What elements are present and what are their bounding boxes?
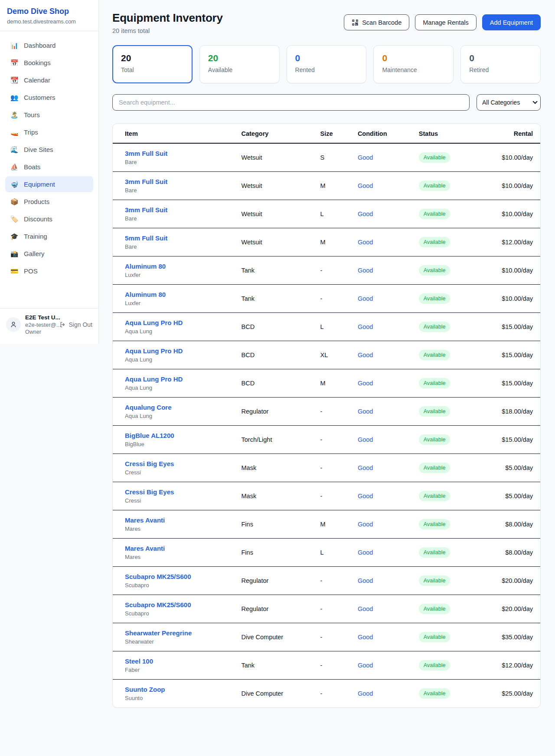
item-brand: Suunto (125, 695, 227, 701)
calendar-icon: 📆 (10, 77, 19, 83)
stat-card-rented[interactable]: 0 Rented (287, 45, 367, 83)
condition-link[interactable]: Good (358, 239, 373, 246)
item-cell: 5mm Full Suit Bare (113, 228, 234, 256)
condition-link[interactable]: Good (358, 521, 373, 528)
sidebar-item-calendar[interactable]: 📆 Calendar (5, 72, 93, 88)
stat-card-retired[interactable]: 0 Retired (460, 45, 541, 83)
nav-item-label: Equipment (24, 181, 55, 188)
condition-link[interactable]: Good (358, 295, 373, 302)
item-link[interactable]: Scubapro MK25/S600 (125, 601, 191, 608)
sidebar-item-gallery[interactable]: 📸 Gallery (5, 246, 93, 262)
status-cell: Available (412, 595, 476, 623)
condition-link[interactable]: Good (358, 267, 373, 274)
item-link[interactable]: Steel 100 (125, 657, 153, 665)
item-link[interactable]: 3mm Full Suit (125, 178, 167, 185)
condition-link[interactable]: Good (358, 154, 373, 161)
table-row: 3mm Full Suit Bare Wetsuit S Good Availa… (113, 143, 540, 172)
condition-link[interactable]: Good (358, 210, 373, 217)
condition-link[interactable]: Good (358, 605, 373, 612)
stat-value: 0 (382, 53, 445, 63)
item-link[interactable]: Aluminum 80 (125, 263, 166, 270)
add-equipment-button[interactable]: Add Equipment (482, 14, 541, 30)
table-row: Scubapro MK25/S600 Scubapro Regulator - … (113, 595, 540, 623)
item-link[interactable]: Aluminum 80 (125, 291, 166, 298)
rental-cell: $15.00/day (476, 426, 540, 454)
condition-link[interactable]: Good (358, 549, 373, 556)
status-cell: Available (412, 539, 476, 567)
sidebar-item-training[interactable]: 🎓 Training (5, 228, 93, 244)
condition-link[interactable]: Good (358, 464, 373, 471)
rental-cell: $35.00/day (476, 623, 540, 651)
search-input[interactable] (112, 94, 470, 111)
sidebar-item-equipment[interactable]: 🤿 Equipment (5, 176, 93, 192)
status-cell: Available (412, 510, 476, 539)
condition-link[interactable]: Good (358, 690, 373, 697)
sidebar-item-products[interactable]: 📦 Products (5, 194, 93, 210)
sidebar-item-bookings[interactable]: 📅 Bookings (5, 55, 93, 71)
item-link[interactable]: Shearwater Peregrine (125, 629, 192, 637)
condition-link[interactable]: Good (358, 323, 373, 330)
sidebar-item-boats[interactable]: ⛵ Boats (5, 159, 93, 175)
sidebar-item-discounts[interactable]: 🏷️ Discounts (5, 211, 93, 227)
item-link[interactable]: Scubapro MK25/S600 (125, 573, 191, 580)
condition-link[interactable]: Good (358, 436, 373, 443)
item-link[interactable]: Cressi Big Eyes (125, 460, 174, 467)
stat-card-maintenance[interactable]: 0 Maintenance (373, 45, 454, 83)
item-link[interactable]: Mares Avanti (125, 545, 165, 552)
item-link[interactable]: Cressi Big Eyes (125, 488, 174, 496)
nav-item-label: Tours (24, 111, 40, 118)
nav-item-label: Customers (24, 94, 56, 101)
item-link[interactable]: Aqua Lung Pro HD (125, 319, 183, 326)
size-cell: - (313, 623, 351, 651)
stat-card-available[interactable]: 20 Available (199, 45, 280, 83)
stat-card-total[interactable]: 20 Total (112, 45, 193, 83)
item-link[interactable]: Aqua Lung Pro HD (125, 347, 183, 355)
condition-link[interactable]: Good (358, 380, 373, 387)
size-cell: - (313, 651, 351, 680)
sidebar-item-pos[interactable]: 💳 POS (5, 263, 93, 279)
user-role: Owner (25, 329, 55, 335)
size-cell: - (313, 595, 351, 623)
size-cell: - (313, 285, 351, 313)
sidebar-item-dashboard[interactable]: 📊 Dashboard (5, 37, 93, 53)
status-cell: Available (412, 651, 476, 680)
item-link[interactable]: 3mm Full Suit (125, 206, 167, 214)
condition-cell: Good (351, 341, 412, 369)
sidebar-item-dive-sites[interactable]: 🌊 Dive Sites (5, 141, 93, 158)
item-link[interactable]: 5mm Full Suit (125, 234, 167, 242)
table-row: Scubapro MK25/S600 Scubapro Regulator - … (113, 567, 540, 595)
condition-link[interactable]: Good (358, 352, 373, 358)
filters-row: All Categories (112, 94, 541, 111)
stat-label: Rented (295, 66, 358, 73)
manage-rentals-button[interactable]: Manage Rentals (415, 14, 477, 30)
item-link[interactable]: Aqua Lung Pro HD (125, 375, 183, 383)
stat-value: 20 (208, 53, 271, 63)
status-cell: Available (412, 172, 476, 200)
item-link[interactable]: Mares Avanti (125, 516, 165, 524)
condition-link[interactable]: Good (358, 634, 373, 641)
condition-cell: Good (351, 426, 412, 454)
item-link[interactable]: Suunto Zoop (125, 686, 165, 693)
item-link[interactable]: BigBlue AL1200 (125, 432, 174, 439)
item-link[interactable]: Aqualung Core (125, 404, 172, 411)
table-row: Aqualung Core Aqua Lung Regulator - Good… (113, 398, 540, 426)
user-email: e2e-tester@... (25, 322, 55, 328)
stats-row: 20 Total 20 Available 0 Rented 0 Mainten… (112, 45, 541, 83)
status-cell: Available (412, 143, 476, 172)
category-select[interactable]: All Categories (477, 94, 541, 111)
item-link[interactable]: 3mm Full Suit (125, 150, 167, 157)
rental-cell: $15.00/day (476, 313, 540, 341)
page-title: Equipment Inventory (112, 11, 223, 25)
sidebar-item-customers[interactable]: 👥 Customers (5, 89, 93, 105)
condition-link[interactable]: Good (358, 182, 373, 189)
condition-link[interactable]: Good (358, 408, 373, 415)
scan-barcode-button[interactable]: Scan Barcode (344, 14, 409, 30)
sign-out-button[interactable]: Sign Out (59, 321, 92, 328)
sidebar-item-tours[interactable]: 🏝️ Tours (5, 107, 93, 123)
condition-link[interactable]: Good (358, 662, 373, 669)
condition-link[interactable]: Good (358, 493, 373, 500)
condition-link[interactable]: Good (358, 577, 373, 584)
size-cell: M (313, 172, 351, 200)
sidebar-item-trips[interactable]: 🚤 Trips (5, 124, 93, 140)
stat-value: 0 (295, 53, 358, 63)
